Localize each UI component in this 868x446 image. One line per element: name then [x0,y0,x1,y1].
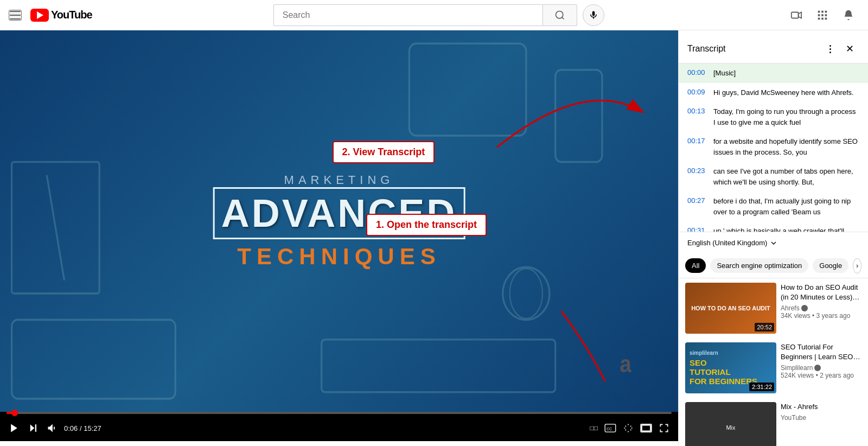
svg-marker-28 [48,424,53,432]
transcript-text: [Music] [713,68,736,79]
related-views-2: 524K views • 2 years ago [781,372,861,379]
related-title-1: How to Do an SEO Audit (in 20 Minutes or… [781,283,861,302]
transcript-text: can see I've got a number of tabs open h… [713,166,859,187]
transcript-item[interactable]: 00:09 Hi guys, David McSweeney here with… [679,83,868,103]
chip-all[interactable]: All [685,258,706,273]
transcript-time: 00:23 [687,166,713,187]
apps-button[interactable] [812,4,833,26]
volume-icon [47,423,58,434]
hamburger-menu[interactable] [9,10,22,21]
svg-text:CC: CC [607,427,612,431]
transcript-language-selector[interactable]: English (United Kingdom) [679,232,868,254]
mic-icon [589,10,598,20]
notifications-button[interactable] [838,4,859,26]
progress-bar[interactable] [7,412,672,414]
transcript-text: Today, I'm going to run you through a pr… [713,106,859,128]
camera-icon [790,9,802,21]
verified-check-icon [801,305,808,311]
fullscreen-button[interactable] [656,420,672,436]
transcript-text: up,' which is basically a web crawler th… [713,226,859,232]
svg-rect-12 [818,17,820,20]
chips-row: All Search engine optimization Google › [679,254,868,278]
svg-point-0 [556,11,563,18]
related-title-2: SEO Tutorial For Beginners | Learn SEO S… [781,342,861,362]
related-title-3: Mix - Ahrefs [781,402,861,412]
progress-fill [7,412,11,414]
transcript-item[interactable]: 00:27 before i do that, I'm actually jus… [679,192,868,221]
next-icon [28,423,38,433]
camera-button[interactable] [786,4,807,26]
svg-rect-13 [821,17,824,20]
video-controls: 0:06 / 15:27 □□ CC [0,415,678,441]
transcript-item[interactable]: 00:00 [Music] [679,63,868,83]
related-duration-2: 2:31:22 [750,383,774,391]
svg-rect-27 [35,424,36,432]
logo-text: YouTube [51,9,92,21]
svg-rect-10 [821,14,824,16]
video-section: a MARKETING ADVANCED TECHNIQUES 1. Open … [0,30,678,446]
svg-rect-6 [818,10,820,12]
transcript-item[interactable]: 00:13 Today, I'm going to run you throug… [679,102,868,132]
transcript-item[interactable]: 00:17 for a website and hopefully identi… [679,132,868,162]
related-thumb-3: Mix [685,402,776,447]
theater-icon [640,424,652,432]
related-video-item[interactable]: simplilearn SEOTUTORIALFOR BEGINNERS 2:3… [679,338,868,398]
subtitles-button[interactable]: CC [602,422,618,435]
svg-rect-11 [825,14,827,16]
search-form [273,4,577,26]
transcript-time: 00:31 [687,226,713,232]
search-button[interactable] [542,4,577,26]
related-views-1: 34K views • 3 years ago [781,312,861,320]
transcript-item[interactable]: 00:23 can see I've got a number of tabs … [679,162,868,192]
related-video-item[interactable]: Mix Mix - Ahrefs YouTube [679,398,868,447]
video-player[interactable]: a MARKETING ADVANCED TECHNIQUES 1. Open … [0,30,678,412]
related-info-3: Mix - Ahrefs YouTube [781,402,861,447]
bell-icon [843,9,854,21]
youtube-logo[interactable]: YouTube [30,9,92,22]
transcript-header: Transcript ✕ [679,30,868,63]
chip-more-button[interactable]: › [853,258,861,273]
chip-google[interactable]: Google [813,258,848,273]
transcript-close-button[interactable]: ✕ [840,39,859,59]
transcript-item[interactable]: 00:31 up,' which is basically a web craw… [679,221,868,232]
annotation-view-transcript: 2. View Transcript [333,141,435,163]
related-thumb-1: HOW TO DO AN SEO AUDIT 20:52 [685,283,776,334]
settings-button[interactable] [621,420,636,436]
transcript-body: 00:00 [Music] 00:09 Hi guys, David McSwe… [679,63,868,232]
transcript-text: Hi guys, David McSweeney here with Ahref… [713,87,854,98]
main-layout: a MARKETING ADVANCED TECHNIQUES 1. Open … [0,30,868,446]
search-input[interactable] [273,4,542,26]
related-channel-2: Simplilearn [781,364,861,372]
theater-button[interactable] [638,422,654,435]
fullscreen-icon [659,423,669,434]
svg-rect-7 [821,10,824,12]
volume-button[interactable] [44,420,60,436]
transcript-text: for a website and hopefully identify som… [713,136,859,157]
transcript-time: 00:17 [687,136,713,157]
related-video-item[interactable]: HOW TO DO AN SEO AUDIT 20:52 How to Do a… [679,278,868,338]
svg-rect-33 [642,425,650,431]
annotation-open-transcript: 1. Open the transcript [366,214,487,236]
youtube-icon [30,9,49,22]
next-button[interactable] [26,421,40,435]
related-videos-list: HOW TO DO AN SEO AUDIT 20:52 How to Do a… [679,278,868,447]
chevron-down-icon [769,239,778,247]
chip-seo[interactable]: Search engine optimization [710,258,808,273]
settings-icon [623,423,634,434]
svg-line-1 [562,17,564,19]
header: YouTube [0,0,868,30]
related-info-2: SEO Tutorial For Beginners | Learn SEO S… [781,342,861,393]
play-button[interactable] [7,420,22,436]
video-container: a MARKETING ADVANCED TECHNIQUES 1. Open … [0,30,678,441]
miniplayer-button[interactable]: □□ [588,422,601,434]
transcript-menu-button[interactable] [820,39,840,59]
transcript-time: 00:27 [687,196,713,217]
svg-rect-9 [818,14,820,16]
related-channel-1: Ahrefs [781,304,861,312]
mic-button[interactable] [583,4,604,26]
transcript-title: Transcript [687,44,820,54]
svg-marker-26 [30,424,35,432]
transcript-panel: Transcript ✕ 00:00 [Music] 00:09 Hi guys… [678,30,868,446]
related-channel-3: YouTube [781,414,861,422]
related-thumb-2: simplilearn SEOTUTORIALFOR BEGINNERS 2:3… [685,342,776,393]
